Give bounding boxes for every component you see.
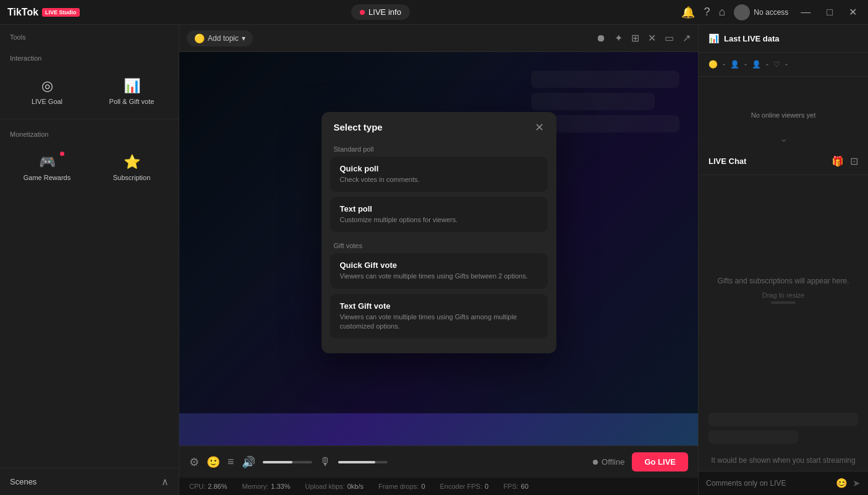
chat-input[interactable] xyxy=(706,479,831,488)
layout-icon[interactable]: ⊞ xyxy=(631,32,639,44)
tool-subscription[interactable]: ⭐ Subscription xyxy=(90,145,174,190)
titlebar: TikTok LIVE Studio LIVE info 🔔 ? ⌂ No ac… xyxy=(0,0,868,25)
stats-bar: CPU: 2.86% Memory: 1.33% Upload kbps: 0k… xyxy=(179,478,698,495)
go-live-button[interactable]: Go LIVE xyxy=(632,452,688,471)
user-info[interactable]: No access xyxy=(734,4,788,20)
text-gift-vote-option[interactable]: Text Gift vote Viewers can vote multiple… xyxy=(330,294,548,339)
subscription-label: Subscription xyxy=(113,174,151,181)
last-live-header: 📊 Last LIVE data xyxy=(699,25,868,53)
frame-drops-value: 0 xyxy=(421,483,425,490)
tool-poll-gift-vote[interactable]: 📊 Poll & Gift vote xyxy=(90,69,174,114)
emoji-icon[interactable]: 😊 xyxy=(836,478,848,489)
close-button[interactable]: ✕ xyxy=(845,5,861,19)
upload-stat: Upload kbps: 0kb/s xyxy=(305,483,364,490)
maximize-button[interactable]: □ xyxy=(823,6,836,19)
no-viewers-message xyxy=(699,77,868,101)
volume-icon[interactable]: 🔊 xyxy=(242,455,255,469)
toolbar-icons: ⏺ ✦ ⊞ ✕ ▭ ↗ xyxy=(596,32,691,44)
titlebar-right: 🔔 ? ⌂ No access — □ ✕ xyxy=(681,4,861,20)
send-icon[interactable]: ➤ xyxy=(853,478,861,489)
chat-body: Gifts and subscriptions will appear here… xyxy=(699,175,868,407)
add-topic-chevron: ▾ xyxy=(242,34,245,43)
titlebar-left: TikTok LIVE Studio xyxy=(7,7,80,18)
followers-icon: 👤 xyxy=(752,60,761,69)
standard-poll-label: Standard poll xyxy=(330,140,548,157)
notification-icon[interactable]: 🔔 xyxy=(681,6,695,19)
live-studio-badge: LIVE Studio xyxy=(42,8,80,17)
tool-game-rewards[interactable]: 🎮 Game Rewards xyxy=(5,145,89,190)
no-online-msg: No online viewers yet xyxy=(699,101,868,129)
close-icon[interactable]: ✕ xyxy=(648,32,656,44)
video-area: Select type ✕ Standard poll Quick poll C… xyxy=(179,52,698,446)
tool-live-goal[interactable]: ◎ LIVE Goal xyxy=(5,69,89,114)
microphone-icon[interactable]: 🎙 xyxy=(320,455,331,468)
audio-slider[interactable] xyxy=(263,461,312,463)
scenes-label: Scenes xyxy=(10,477,36,486)
encoder-fps-label: Encoder FPS: xyxy=(440,483,482,490)
right-sidebar: 📊 Last LIVE data 🟡 - 👤 - 👤 - ♡ - No onli… xyxy=(698,25,868,495)
modal-header: Select type ✕ xyxy=(321,112,556,140)
tools-title: Tools xyxy=(0,25,179,46)
mic-slider[interactable] xyxy=(338,461,388,463)
record-icon[interactable]: ⏺ xyxy=(596,33,606,44)
modal-body: Standard poll Quick poll Check votes in … xyxy=(321,140,556,354)
placeholder-card-2 xyxy=(708,430,798,444)
add-topic-button[interactable]: 🟡 Add topic ▾ xyxy=(187,30,253,46)
left-sidebar: Tools Interaction ◎ LIVE Goal 📊 Poll & G… xyxy=(0,25,179,495)
sparkle-icon[interactable]: ✦ xyxy=(615,32,623,44)
text-poll-desc: Customize multiple options for viewers. xyxy=(340,215,538,225)
drag-resize-msg: Drag to resize xyxy=(762,291,804,299)
quick-gift-vote-option[interactable]: Quick Gift vote Viewers can vote multipl… xyxy=(330,253,548,288)
scenes-collapse-icon[interactable]: ∧ xyxy=(161,476,169,488)
home-icon[interactable]: ⌂ xyxy=(718,6,725,19)
collapse-chevron[interactable]: ⌄ xyxy=(699,129,868,148)
avatar xyxy=(734,4,750,20)
select-type-modal: Select type ✕ Standard poll Quick poll C… xyxy=(321,112,556,354)
offline-dot xyxy=(593,460,598,465)
cpu-label: CPU: xyxy=(189,483,205,490)
live-chat-title: LIVE Chat xyxy=(708,157,746,166)
text-gift-vote-desc: Viewers can vote multiple times using Gi… xyxy=(340,312,538,332)
memory-value: 1.33% xyxy=(271,483,290,490)
subscription-icon: ⭐ xyxy=(124,154,140,170)
memory-label: Memory: xyxy=(242,483,268,490)
game-rewards-icon: 🎮 xyxy=(39,154,56,170)
mic-slider-fill xyxy=(338,461,375,463)
offline-label: Offline xyxy=(602,457,624,467)
upload-label: Upload kbps: xyxy=(305,483,344,490)
tablet-icon[interactable]: ▭ xyxy=(665,32,674,44)
quick-gift-vote-desc: Viewers can vote multiple times using Gi… xyxy=(340,272,538,281)
live-indicator-dot xyxy=(360,10,365,15)
live-info-button[interactable]: LIVE info xyxy=(351,4,410,20)
live-goal-icon: ◎ xyxy=(41,78,53,94)
quick-poll-desc: Check votes in comments. xyxy=(340,175,538,184)
cpu-value: 2.86% xyxy=(208,483,227,490)
upload-value: 0kb/s xyxy=(347,483,364,490)
fps-stat: FPS: 60 xyxy=(503,483,529,490)
smiley-icon[interactable]: 🙂 xyxy=(206,455,220,469)
frame-drops-stat: Frame drops: 0 xyxy=(378,483,425,490)
sliders-icon[interactable]: ≡ xyxy=(228,455,234,468)
encoder-fps-stat: Encoder FPS: 0 xyxy=(440,483,489,490)
share-icon[interactable]: ↗ xyxy=(683,32,691,44)
text-poll-option[interactable]: Text poll Customize multiple options for… xyxy=(330,197,548,232)
user-name: No access xyxy=(754,8,788,17)
last-live-title: Last LIVE data xyxy=(724,34,780,43)
help-icon[interactable]: ? xyxy=(704,6,710,19)
resize-handle[interactable] xyxy=(771,301,796,304)
poll-gift-vote-label: Poll & Gift vote xyxy=(109,98,155,105)
cpu-stat: CPU: 2.86% xyxy=(189,483,227,490)
live-chat-header: LIVE Chat 🎁 ⊡ xyxy=(699,148,868,175)
streaming-message: It would be shown when you start streami… xyxy=(699,450,868,471)
quick-poll-option[interactable]: Quick poll Check votes in comments. xyxy=(330,157,548,192)
minimize-button[interactable]: — xyxy=(797,6,814,19)
audio-slider-fill xyxy=(263,461,292,463)
interaction-tools-grid: ◎ LIVE Goal 📊 Poll & Gift vote xyxy=(0,67,179,116)
add-topic-label: Add topic xyxy=(208,34,239,43)
chat-gift-icon[interactable]: 🎁 xyxy=(832,155,844,167)
settings-icon[interactable]: ⚙ xyxy=(189,455,199,469)
live-stats-row: 🟡 - 👤 - 👤 - ♡ - xyxy=(699,53,868,77)
chat-layout-icon[interactable]: ⊡ xyxy=(850,155,858,167)
viewers-icon: 👤 xyxy=(730,60,739,69)
modal-close-button[interactable]: ✕ xyxy=(535,122,544,133)
